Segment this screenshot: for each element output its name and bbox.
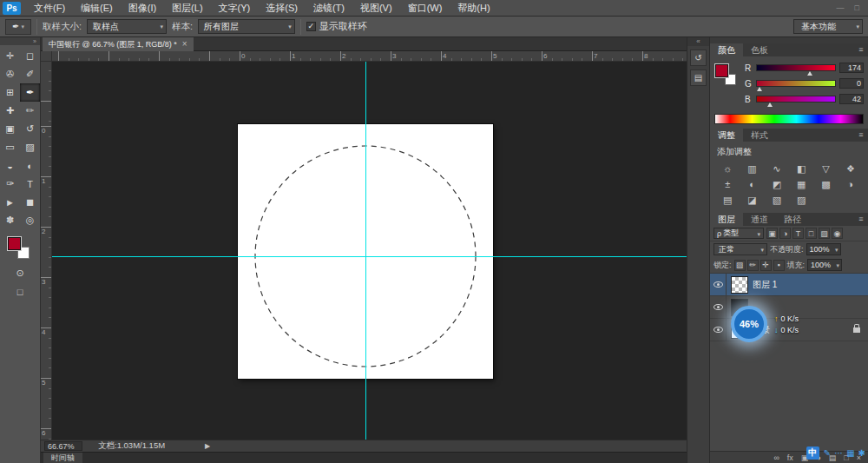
filter-toggle-icon[interactable]: ◉ [832, 228, 843, 239]
color-lookup-icon[interactable]: ▩ [813, 176, 838, 192]
document-tab[interactable]: 中国银行 @ 66.7% (图层 1, RGB/8) * × [43, 37, 194, 51]
eraser-tool[interactable]: ▭ [0, 138, 20, 156]
ime-more-icon[interactable]: ⋯ [834, 446, 843, 460]
history-panel-icon[interactable]: ↺ [690, 50, 707, 66]
fill-value[interactable]: 100% ▾ [807, 259, 842, 271]
ruler-origin[interactable] [41, 51, 52, 62]
zoom-level[interactable]: 66.67% [44, 441, 82, 451]
pen-tool[interactable]: ✑ [0, 175, 20, 193]
ime-settings-icon[interactable]: ✱ [858, 446, 865, 460]
channel-mixer-icon[interactable]: ▦ [789, 176, 813, 192]
horizontal-type-tool[interactable]: T [20, 175, 40, 193]
filter-pixel-layers-icon[interactable]: ▣ [766, 228, 778, 239]
panel-menu-icon[interactable]: ≡ [854, 43, 868, 56]
timeline-tab[interactable]: 时间轴 [43, 453, 82, 463]
layer-thumbnail[interactable] [727, 276, 753, 294]
net-speed-widget[interactable]: 46% ↑ 0 K/s ↓ 0 K/s [731, 306, 799, 342]
window-maximize-button[interactable]: □ [855, 0, 859, 17]
foreground-color-swatch[interactable] [8, 237, 21, 250]
lock-transparent-pixels-icon[interactable]: ▨ [734, 260, 746, 271]
lasso-tool[interactable]: ✇ [0, 65, 20, 83]
curves-icon[interactable]: ∿ [765, 161, 789, 176]
show-sample-ring-checkbox[interactable]: ✓ 显示取样环 [306, 20, 367, 33]
panel-menu-icon[interactable]: ≡ [854, 213, 868, 226]
history-brush-tool[interactable]: ↺ [20, 120, 40, 138]
blur-tool[interactable]: ◒ [0, 156, 20, 175]
black-white-icon[interactable]: ◐ [740, 176, 764, 192]
slider-thumb-icon[interactable] [767, 103, 773, 107]
quick-mask-button[interactable]: ⊙ [10, 264, 30, 282]
opacity-value[interactable]: 100% ▾ [806, 243, 841, 255]
layer-visibility-icon[interactable] [710, 319, 727, 341]
slider-thumb-icon[interactable] [807, 71, 812, 76]
brush-tool[interactable]: ✏ [20, 102, 40, 120]
threshold-icon[interactable]: ◪ [740, 192, 764, 208]
tab-paths[interactable]: 路径 [776, 213, 809, 226]
gradient-map-icon[interactable]: ▧ [765, 192, 789, 208]
menu-item[interactable]: 视图(V) [352, 0, 400, 17]
filter-shape-layers-icon[interactable]: □ [806, 228, 817, 239]
ime-mode-badge[interactable]: 中 [806, 446, 819, 460]
filter-adjustment-layers-icon[interactable]: ◑ [779, 228, 791, 239]
channel-slider[interactable] [756, 64, 836, 71]
panel-menu-icon[interactable]: ≡ [854, 129, 868, 142]
sample-layers-dropdown[interactable]: 所有图层 ▾ [198, 19, 295, 34]
panel-color-swatches[interactable] [715, 64, 740, 89]
slider-thumb-icon[interactable] [757, 87, 762, 91]
channel-value[interactable]: 174 [839, 63, 864, 73]
path-selection-tool[interactable]: ► [0, 193, 20, 211]
foreground-background-swatches[interactable] [7, 236, 33, 262]
channel-value[interactable]: 42 [839, 94, 864, 104]
window-minimize-button[interactable]: — [837, 0, 845, 17]
channel-slider[interactable] [756, 96, 836, 103]
tab-swatches[interactable]: 色板 [743, 43, 776, 56]
screen-mode-button[interactable]: □ [10, 282, 30, 301]
menu-item[interactable]: 帮助(H) [450, 0, 497, 17]
layer-style-icon[interactable]: fx [787, 452, 793, 463]
rectangular-marquee-tool[interactable]: ◻ [20, 47, 40, 65]
photo-filter-icon[interactable]: ◩ [765, 176, 789, 192]
menu-item[interactable]: 文件(F) [26, 0, 73, 17]
photoshop-logo-icon[interactable]: Ps [3, 2, 21, 15]
foreground-color-swatch[interactable] [715, 64, 728, 77]
menu-item[interactable]: 窗口(W) [400, 0, 450, 17]
menu-item[interactable]: 图层(L) [164, 0, 210, 17]
lock-image-pixels-icon[interactable]: ✏ [747, 260, 759, 271]
gradient-tool[interactable]: ▨ [20, 138, 40, 156]
channel-slider[interactable] [756, 80, 836, 87]
channel-value[interactable]: 0 [839, 78, 864, 89]
horizontal-ruler[interactable]: 012345678 [52, 51, 687, 62]
vertical-ruler[interactable]: 0123456 [41, 62, 52, 440]
zoom-tool[interactable]: ◎ [20, 211, 40, 229]
color-balance-icon[interactable]: ± [715, 176, 740, 192]
layer-visibility-icon[interactable] [710, 296, 727, 319]
filter-smart-objects-icon[interactable]: ▨ [819, 228, 830, 239]
spot-healing-brush-tool[interactable]: ✚ [0, 102, 20, 120]
menu-item[interactable]: 编辑(E) [73, 0, 121, 17]
exposure-icon[interactable]: ◧ [789, 161, 813, 176]
vibrance-icon[interactable]: ▽ [813, 161, 838, 176]
blend-mode-dropdown[interactable]: 正常 ▾ [713, 243, 767, 255]
ime-pen-icon[interactable]: ✎ [824, 446, 831, 460]
expand-panels-icon[interactable]: « [687, 37, 709, 46]
brightness-contrast-icon[interactable]: ☼ [715, 161, 740, 176]
canvas-viewport[interactable] [52, 62, 687, 440]
menu-item[interactable]: 文字(Y) [211, 0, 259, 17]
toolbar-collapse-icon[interactable]: » [0, 37, 40, 45]
layer-row[interactable]: 图层 1 [710, 274, 868, 296]
ime-keyboard-icon[interactable]: ▦ [846, 446, 854, 460]
color-spectrum-ramp[interactable] [714, 114, 864, 124]
sample-size-dropdown[interactable]: 取样点 ▾ [87, 19, 167, 34]
rectangle-tool[interactable]: ◼ [20, 193, 40, 211]
tab-color[interactable]: 颜色 [710, 43, 743, 56]
menu-item[interactable]: 滤镜(T) [306, 0, 352, 17]
active-tool-badge[interactable]: ✒ ▾ [5, 19, 31, 35]
tab-styles[interactable]: 样式 [743, 129, 776, 142]
link-layers-icon[interactable]: ∞ [773, 452, 779, 463]
move-tool[interactable]: ✛ [0, 47, 20, 65]
posterize-icon[interactable]: ▤ [715, 192, 740, 208]
invert-icon[interactable]: ◑ [838, 176, 863, 192]
eyedropper-tool[interactable]: ✒ [20, 83, 40, 102]
lock-all-icon[interactable]: ▪ [773, 260, 785, 271]
tab-channels[interactable]: 通道 [743, 213, 776, 226]
